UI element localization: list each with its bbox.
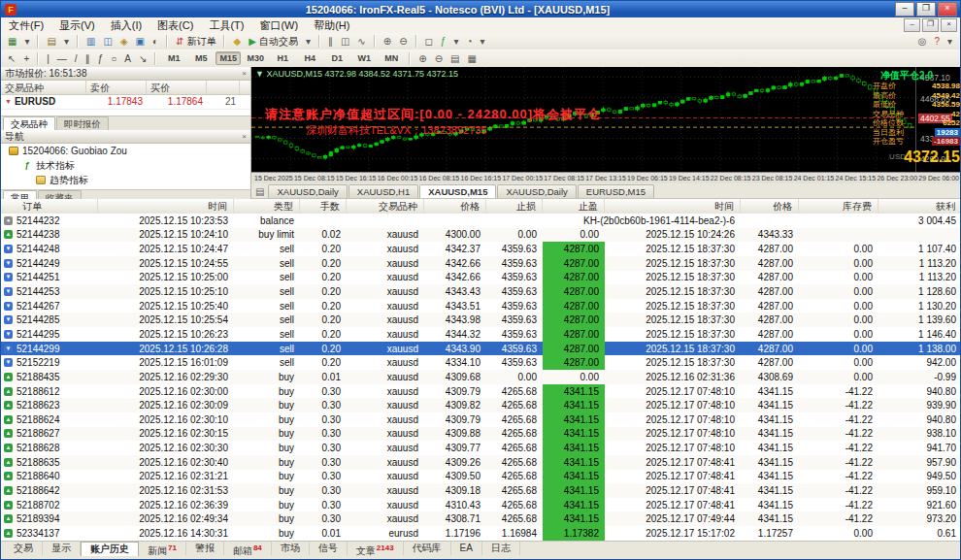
autotrade-button[interactable]: ▶自动交易 [246,33,301,49]
history-row[interactable]: ▼521522192025.12.15 16:01:09sell0.20xauu… [1,355,961,370]
history-column-header[interactable]: 止损 [486,199,543,214]
zoom-in-2-button[interactable]: ⊕ [415,50,429,67]
history-column-header[interactable]: 获利 [878,199,961,214]
indicators-caret-button[interactable]: ▾ [450,33,461,49]
mdi-restore-button[interactable]: ❐ [922,18,939,32]
history-row[interactable]: ▲521442382025.12.15 10:24:10buy limit0.0… [1,228,961,243]
history-row[interactable]: ▼521442482025.12.15 10:24:47sell0.20xauu… [1,242,961,256]
toolbox-button[interactable]: ▣ [133,33,148,49]
chart-tab-3[interactable]: XAUUSD,Daily [497,184,576,198]
timeframe-h1[interactable]: H1 [270,51,295,65]
timeframe-h4[interactable]: H4 [297,51,322,65]
restore-button[interactable]: ❐ [916,2,936,16]
zoom-out-2-button[interactable]: ⊖ [432,50,446,67]
new-order-button[interactable]: ⇵新订单 [173,33,218,49]
timeframe-m15[interactable]: M15 [215,51,241,65]
menu-item[interactable]: 插入(I) [103,18,149,33]
history-column-header[interactable]: 时间 [98,199,234,214]
time-axis[interactable]: 15 Dec 202515 Dec 08:1515 Dec 16:1516 De… [251,172,961,183]
history-row[interactable]: ▼521442992025.12.15 10:26:28sell0.20xauu… [1,342,961,356]
history-column-header[interactable]: 订单 [1,199,98,214]
history-row[interactable]: ▲521886402025.12.16 02:31:21buy0.30xauus… [1,470,961,484]
history-row[interactable]: ▲521886352025.12.16 02:30:40buy0.30xauus… [1,455,961,470]
mdi-minimize-button[interactable]: – [904,18,920,32]
bottom-tab-8[interactable]: 文章2143 [348,542,404,555]
history-row[interactable]: ▲521886272025.12.16 02:30:15buy0.30xauus… [1,427,961,442]
grid-button[interactable]: ▦ [465,50,480,67]
history-row[interactable]: ▲521886422025.12.16 02:31:53buy0.30xauus… [1,483,961,498]
horizontal-line-button[interactable]: — [54,50,70,67]
indicators-button[interactable]: ƒ [438,33,449,49]
navigator-item[interactable]: 趋势指标 [1,173,250,187]
history-row[interactable]: ▼521442952025.12.15 10:26:23sell0.20xauu… [1,327,961,342]
chart-tab-list-icon[interactable]: ▤ [255,186,264,197]
history-column-header[interactable]: 止盈 [543,199,605,214]
bottom-tab-0[interactable]: 交易 [5,542,43,555]
minimize-button[interactable]: – [895,2,914,16]
periods-button[interactable]: ◔ [463,33,475,49]
navigator-item[interactable]: 15204066: Guobiao Zou [1,144,250,158]
bottom-tab-9[interactable]: 代码库 [404,542,451,555]
chart-tab-2[interactable]: XAUUSD,M15 [419,184,496,198]
bottom-tab-11[interactable]: 日志 [482,542,520,555]
strategy-tester-button[interactable]: ◐ [149,33,161,49]
shapes-button[interactable]: ○ [108,50,119,67]
timeframe-m30[interactable]: M30 [243,51,268,65]
market-watch-column-header[interactable]: 买价 [147,81,207,94]
help-button[interactable]: ? [931,33,943,49]
menu-item[interactable]: 工具(T) [201,18,251,33]
autotrade-caret-button[interactable]: ▾ [303,33,314,49]
trendline-button[interactable]: / [72,50,81,67]
timeframe-mn[interactable]: MN [379,51,404,65]
channel-button[interactable]: ∥ [83,50,93,67]
history-row[interactable]: ▼521442852025.12.15 10:25:54sell0.20xauu… [1,313,961,327]
history-row[interactable]: ▼521442672025.12.15 10:25:40sell0.20xauu… [1,299,961,313]
line-chart-type-button[interactable]: ∿ [354,33,368,49]
bottom-tab-6[interactable]: 市场 [272,542,310,555]
market-watch-column-header[interactable]: 交易品种 [1,81,86,94]
history-row[interactable]: ▼521442492025.12.15 10:24:55sell0.20xauu… [1,256,961,271]
menu-item[interactable]: 显示(V) [51,18,103,33]
bottom-tab-1[interactable]: 显示 [43,542,81,555]
bottom-tab-10[interactable]: EA [451,542,482,555]
menu-item[interactable]: 文件(F) [1,18,51,33]
bar-chart-type-button[interactable]: ∥ [325,33,336,49]
vertical-line-button[interactable]: | [44,50,52,67]
periods-caret-button[interactable]: ▾ [477,33,487,49]
profiles-button[interactable]: ▤ [44,33,58,49]
history-column-header[interactable]: 库存费 [799,199,878,214]
arrows-tool-button[interactable]: ↘ [136,50,149,67]
bottom-tab-7[interactable]: 信号 [310,542,348,555]
search-button[interactable]: ◎ [915,33,930,49]
history-row[interactable]: ▼521442532025.12.15 10:25:10sell0.20xauu… [1,284,961,299]
profiles-caret-button[interactable]: ▾ [61,33,72,49]
navigator-close-icon[interactable]: × [242,132,247,141]
history-row[interactable]: ▼521442512025.12.15 10:25:00sell0.20xauu… [1,271,961,285]
history-row[interactable]: ▲521884352025.12.16 02:29:30buy0.01xauus… [1,370,961,384]
chart-tab-4[interactable]: EURUSD,M15 [578,184,654,198]
market-watch-column-header[interactable] [207,81,240,94]
history-row[interactable]: ▲521886122025.12.16 02:30:00buy0.30xauus… [1,384,961,399]
timeframe-m1[interactable]: M1 [161,51,186,65]
crosshair-button[interactable]: + [20,50,32,67]
chart-area[interactable]: 4537.104468.854402.554336.254269.964402.… [251,67,961,183]
timeframe-m5[interactable]: M5 [188,51,214,65]
history-row[interactable]: ▲521886282025.12.16 02:30:30buy0.30xauus… [1,441,961,455]
more-caret-button[interactable]: ▾ [944,33,955,49]
bottom-tab-2[interactable]: 账户历史 [81,542,139,557]
fibonacci-button[interactable]: ƒ [95,50,107,67]
chart-tab-0[interactable]: XAUUSD,Daily [268,184,347,198]
tile-windows-button[interactable]: ◻ [422,33,436,49]
candle-chart-type-button[interactable]: ◫ [338,33,352,49]
menu-item[interactable]: 图表(C) [149,18,201,33]
mdi-close-button[interactable]: × [941,18,957,32]
market-watch-close-icon[interactable]: × [242,69,247,78]
history-row[interactable]: ▲521886242025.12.16 02:30:10buy0.30xauus… [1,412,961,427]
zoom-in-button[interactable]: ⊕ [381,33,394,49]
history-column-header[interactable]: 手数 [300,199,347,214]
history-column-header[interactable]: 交易品种 [347,199,424,214]
menu-item[interactable]: 帮助(H) [306,18,357,33]
arrange-button[interactable]: ▤ [447,50,462,67]
metaeditor-button[interactable]: ◆ [230,33,244,49]
chart-tab-1[interactable]: XAUUSD,H1 [348,184,418,198]
